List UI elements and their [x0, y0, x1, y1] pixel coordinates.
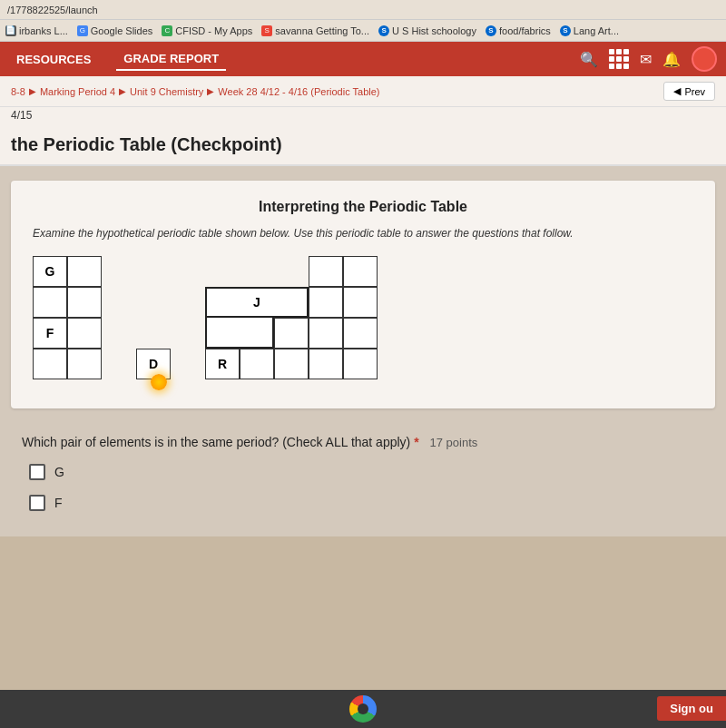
- pt-cell-r0c3: [136, 256, 171, 287]
- sign-out-button[interactable]: Sign ou: [657, 696, 726, 721]
- date-value: 4/15: [11, 109, 32, 122]
- bookmarks-bar: 📄 irbanks L... G Google Slides C CFISD -…: [0, 20, 726, 42]
- element-F: F: [33, 318, 67, 349]
- bookmark-irbanks[interactable]: 📄 irbanks L...: [5, 25, 68, 36]
- question-text-content: Which pair of elements is in the same pe…: [22, 435, 410, 449]
- checkbox-label-F: F: [54, 496, 63, 510]
- breadcrumb-sep-1: ▶: [29, 86, 36, 96]
- checkbox-item-F: F: [22, 491, 704, 515]
- bookmark-savanna[interactable]: S savanna Getting To...: [261, 25, 369, 36]
- nav-grade-report[interactable]: GRADE REPORT: [116, 48, 226, 71]
- page-title-text: the Periodic Table (Checkpoint): [11, 134, 282, 154]
- avatar[interactable]: [692, 46, 717, 72]
- bookmark-label-irbanks: irbanks L...: [19, 25, 68, 36]
- breadcrumb-sep-3: ▶: [207, 86, 214, 96]
- question-instructions: Examine the hypothetical periodic table …: [33, 226, 693, 241]
- bookmark-label-slides: Google Slides: [91, 25, 153, 36]
- pt-cell-r2c3: [136, 318, 171, 349]
- pt-cell-r1c8: [309, 287, 343, 318]
- grid-menu-button[interactable]: [609, 49, 629, 69]
- pt-cell-r1c9: [343, 287, 378, 318]
- bookmark-lang[interactable]: S Lang Art...: [560, 25, 619, 36]
- grid-dot: [623, 49, 629, 54]
- breadcrumb-item-1[interactable]: 8-8: [11, 86, 25, 97]
- pt-cell-r3c1: [67, 349, 102, 379]
- periodic-table-container: G: [33, 256, 693, 379]
- pt-cell-r0c6: [240, 256, 274, 287]
- bookmark-label-savanna: savanna Getting To...: [275, 25, 369, 36]
- breadcrumb-item-2[interactable]: Marking Period 4: [40, 86, 115, 97]
- bookmark-icon-slides: G: [77, 25, 88, 36]
- mail-icon[interactable]: ✉: [640, 51, 652, 68]
- grid-dot: [609, 56, 614, 62]
- pt-cell-r0c5: [205, 256, 240, 287]
- url-text: /1778822525/launch: [7, 5, 98, 15]
- bottom-question-section: Which pair of elements is in the same pe…: [11, 423, 715, 516]
- question-text: Which pair of elements is in the same pe…: [22, 434, 704, 452]
- taskbar: [0, 690, 726, 728]
- required-star: *: [414, 435, 418, 449]
- bookmark-label-ushist: U S Hist schoology: [392, 25, 476, 36]
- pt-cell-r2c2: [102, 318, 136, 349]
- breadcrumb: 8-8 ▶ Marking Period 4 ▶ Unit 9 Chemistr…: [11, 86, 380, 97]
- nav-resources[interactable]: RESOURCES: [9, 49, 98, 70]
- grid-dot: [616, 49, 622, 54]
- periodic-table-grid: G: [33, 256, 378, 379]
- pt-cell-r3c8: [309, 349, 343, 379]
- pt-cell-r3c7: [274, 349, 309, 379]
- checkbox-label-G: G: [54, 465, 64, 479]
- pt-cell-r3c0: [33, 349, 67, 379]
- pt-cell-r1c2: [102, 287, 136, 318]
- bookmark-icon-cfisd: C: [162, 25, 172, 36]
- bookmark-icon-savanna: S: [261, 25, 272, 36]
- pt-cell-r2c8: [309, 318, 343, 349]
- checkbox-item-G: G: [22, 460, 704, 484]
- bookmark-google-slides[interactable]: G Google Slides: [77, 25, 153, 36]
- grid-dot: [609, 64, 614, 69]
- breadcrumb-item-3[interactable]: Unit 9 Chemistry: [130, 86, 203, 97]
- bookmark-food[interactable]: S food/fabrics: [486, 25, 551, 36]
- pt-cell-r0c2: [102, 256, 136, 287]
- breadcrumb-sep-2: ▶: [119, 86, 126, 96]
- pt-cell-r3c2: [102, 349, 136, 379]
- element-G: G: [33, 256, 67, 287]
- prev-arrow-icon: ◀: [673, 85, 681, 97]
- page-title: the Periodic Table (Checkpoint): [0, 127, 726, 166]
- schoology-circle-1: S: [378, 25, 389, 36]
- grid-dot: [616, 64, 622, 69]
- schoology-circle-3: S: [560, 25, 571, 36]
- element-R: R: [205, 349, 240, 379]
- bookmark-label-food: food/fabrics: [499, 25, 551, 36]
- app-header: RESOURCES GRADE REPORT 🔍 ✉ 🔔: [0, 42, 726, 76]
- pt-cell-r1c3: [136, 287, 171, 318]
- chrome-inner-circle: [358, 703, 368, 714]
- grid-dot: [623, 56, 629, 62]
- pt-cell-r3c9: [343, 349, 378, 379]
- pt-cell-r3c4: [171, 349, 205, 379]
- points-badge: 17 points: [430, 436, 478, 449]
- breadcrumb-item-4[interactable]: Week 28 4/12 - 4/16 (Periodic Table): [218, 86, 379, 97]
- pt-cell-r2c7: [274, 318, 309, 349]
- checkbox-F[interactable]: [29, 495, 45, 511]
- pt-cell-r0c9: [343, 256, 378, 287]
- prev-button-label: Prev: [684, 86, 705, 97]
- pt-cell-r1c7: [274, 287, 309, 318]
- schoology-circle-2: S: [486, 25, 496, 36]
- prev-button[interactable]: ◀ Prev: [663, 82, 715, 101]
- notification-icon[interactable]: 🔔: [662, 51, 681, 68]
- element-J: J: [240, 287, 274, 318]
- pt-cell-r0c4: [171, 256, 205, 287]
- header-icons: 🔍 ✉ 🔔: [580, 46, 717, 72]
- bookmark-cfisd[interactable]: C CFISD - My Apps: [162, 25, 252, 36]
- breadcrumb-bar: 8-8 ▶ Marking Period 4 ▶ Unit 9 Chemistr…: [0, 76, 726, 107]
- pt-cell-r0c7: [274, 256, 309, 287]
- pt-cell-r2c9: [343, 318, 378, 349]
- bookmark-ushist[interactable]: S U S Hist schoology: [378, 25, 476, 36]
- pt-cell-r0c1: [67, 256, 102, 287]
- chrome-icon[interactable]: [349, 695, 377, 723]
- search-button[interactable]: 🔍: [580, 51, 598, 68]
- checkbox-G[interactable]: [29, 464, 45, 480]
- glow-dot: [151, 374, 167, 390]
- pt-cell-r1c1: [67, 287, 102, 318]
- bookmark-label-lang: Lang Art...: [574, 25, 619, 36]
